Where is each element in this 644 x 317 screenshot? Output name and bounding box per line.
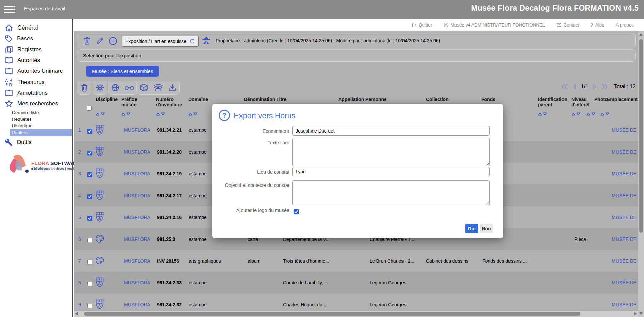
row-checkbox[interactable]: [87, 259, 92, 264]
sort-control-discipline[interactable]: [96, 112, 105, 116]
export-horus-button[interactable]: [153, 84, 163, 91]
prev-page-button[interactable]: [571, 83, 578, 90]
sort-control-num-ro-d-inventaire[interactable]: [156, 112, 165, 116]
sort-descending-icon[interactable]: [126, 112, 130, 116]
sidebar-item-mes-recherches[interactable]: Mes recherches: [0, 98, 72, 109]
cell-emplacement[interactable]: MUSÉE DE: [612, 127, 638, 133]
row-checkbox[interactable]: [87, 237, 92, 243]
sidebar-item-bases[interactable]: Bases: [0, 33, 72, 44]
tab-musee-biens-et-ensembles[interactable]: Musée : Biens et ensembles: [86, 66, 159, 77]
sidebar-item-autorit-s-unimarc[interactable]: Autorités Unimarc: [0, 66, 72, 76]
sort-ascending-icon[interactable]: [600, 112, 604, 116]
sort-descending-icon[interactable]: [161, 112, 165, 116]
top-link-quitter[interactable]: Quitter: [412, 22, 432, 28]
sort-control-domaine[interactable]: [188, 112, 197, 116]
sort-descending-icon[interactable]: [576, 112, 580, 116]
cell-num[interactable]: 4: [78, 193, 81, 198]
sort-ascending-icon[interactable]: [96, 112, 100, 116]
oui-button[interactable]: Oui: [465, 224, 478, 233]
row-checkbox[interactable]: [87, 216, 92, 221]
cell-emplacement[interactable]: MUSÉE DE: [612, 215, 638, 220]
sidebar-subitem-requ-tes[interactable]: Requêtes: [10, 116, 72, 122]
top-link-contact[interactable]: Contact: [556, 22, 579, 28]
cell-prefixe-musee[interactable]: MUSFLORA: [124, 258, 150, 264]
export-package-button[interactable]: [139, 83, 148, 92]
cell-prefixe-musee[interactable]: MUSFLORA: [124, 193, 150, 198]
scroll-left-arrow-icon[interactable]: [75, 312, 78, 315]
sort-control-emplacement[interactable]: [600, 112, 609, 116]
sort-ascending-icon[interactable]: [121, 112, 125, 116]
sort-descending-icon[interactable]: [605, 112, 609, 116]
sort-descending-icon[interactable]: [101, 112, 105, 116]
cell-prefixe-musee[interactable]: MUSFLORA: [124, 127, 150, 133]
examinateur-field[interactable]: [292, 126, 490, 136]
cell-num[interactable]: 1: [78, 127, 81, 133]
sort-descending-icon[interactable]: [193, 112, 197, 116]
cell-prefixe-musee[interactable]: MUSFLORA: [124, 215, 150, 220]
cell-num[interactable]: 3: [78, 171, 81, 176]
add-basket-button[interactable]: [108, 36, 118, 47]
vertical-scroll-thumb[interactable]: [639, 39, 643, 233]
hamburger-menu-icon[interactable]: [4, 4, 16, 14]
cell-num[interactable]: 7: [78, 258, 81, 264]
settings-button[interactable]: [96, 83, 104, 92]
horizontal-scroll-thumb[interactable]: [84, 312, 580, 316]
cell-num[interactable]: 9: [78, 302, 81, 307]
cell-emplacement[interactable]: MUSÉE DE: [612, 302, 638, 307]
basket-selector-button[interactable]: Exposition / L'art en esquisse: [122, 36, 199, 47]
sidebar-item-g-n-ral[interactable]: Général: [0, 22, 72, 33]
sidebar-item-autorit-s[interactable]: Autorités: [0, 55, 72, 66]
top-link-aide[interactable]: ?Aide: [590, 22, 604, 28]
scroll-down-arrow-icon[interactable]: [639, 312, 643, 315]
sort-descending-icon[interactable]: [591, 112, 595, 116]
view-button[interactable]: [124, 85, 135, 91]
sort-ascending-icon[interactable]: [156, 112, 160, 116]
sort-ascending-icon[interactable]: [571, 112, 575, 116]
sidebar-item-annotations[interactable]: Annotations: [0, 88, 72, 98]
cell-prefixe-musee[interactable]: MUSFLORA: [124, 280, 150, 285]
top-link-mus-e-v4-administrateur-fonctionnel[interactable]: Musée v4 ADMINISTRATEUR FONCTIONNEL: [444, 22, 545, 28]
cell-num[interactable]: 5: [78, 215, 81, 220]
publish-web-button[interactable]: [111, 83, 120, 92]
texte-libre-field[interactable]: [292, 138, 490, 166]
question-circle-icon[interactable]: ?: [219, 110, 230, 121]
logo-checkbox[interactable]: [294, 209, 299, 214]
sort-descending-icon[interactable]: [543, 112, 547, 116]
next-page-button[interactable]: [591, 83, 598, 90]
sort-ascending-icon[interactable]: [188, 112, 192, 116]
download-button[interactable]: [168, 83, 177, 92]
last-page-button[interactable]: [600, 82, 609, 91]
lieu-constat-field[interactable]: [292, 167, 490, 176]
row-checkbox[interactable]: [87, 172, 92, 177]
edit-basket-button[interactable]: [96, 36, 104, 46]
sort-control-niveau-d-int-r-t[interactable]: [571, 112, 580, 116]
first-page-button[interactable]: [560, 82, 569, 91]
cell-emplacement[interactable]: MUSÉE DE: [612, 258, 638, 264]
delete-items-button[interactable]: [80, 83, 88, 92]
top-link-a-propos[interactable]: A propos: [616, 22, 634, 28]
cell-num[interactable]: 2: [78, 149, 81, 155]
sort-control-identification-parent[interactable]: [538, 112, 547, 116]
cell-emplacement[interactable]: MUSÉE DE: [612, 193, 638, 198]
sidebar-subitem-historique[interactable]: Historique: [10, 122, 72, 129]
row-checkbox[interactable]: [87, 150, 92, 155]
row-checkbox[interactable]: [87, 194, 92, 199]
cell-emplacement[interactable]: MUSÉE DE: [612, 236, 638, 242]
row-checkbox[interactable]: [87, 128, 92, 134]
sidebar-item-registres[interactable]: Registres: [0, 44, 72, 55]
cell-prefixe-musee[interactable]: MUSFLORA: [124, 236, 150, 242]
cell-prefixe-musee[interactable]: MUSFLORA: [124, 171, 150, 176]
row-checkbox[interactable]: [87, 303, 92, 308]
vertical-scrollbar[interactable]: [638, 31, 644, 317]
sidebar-subitem-derni-re-liste[interactable]: Dernière liste: [10, 109, 72, 116]
sort-ascending-icon[interactable]: [586, 112, 590, 116]
cell-emplacement[interactable]: MUSÉE DE: [612, 280, 638, 285]
row-checkbox[interactable]: [87, 281, 92, 286]
sidebar-item-thesaurus[interactable]: ABThesaurus: [0, 77, 72, 88]
select-all-checkbox[interactable]: [87, 106, 92, 111]
non-button[interactable]: Non: [480, 224, 493, 233]
cell-emplacement[interactable]: MUSÉE DE: [612, 171, 638, 176]
scroll-right-arrow-icon[interactable]: [634, 312, 637, 315]
scroll-up-arrow-icon[interactable]: [639, 33, 643, 36]
cell-num[interactable]: 8: [78, 280, 81, 285]
